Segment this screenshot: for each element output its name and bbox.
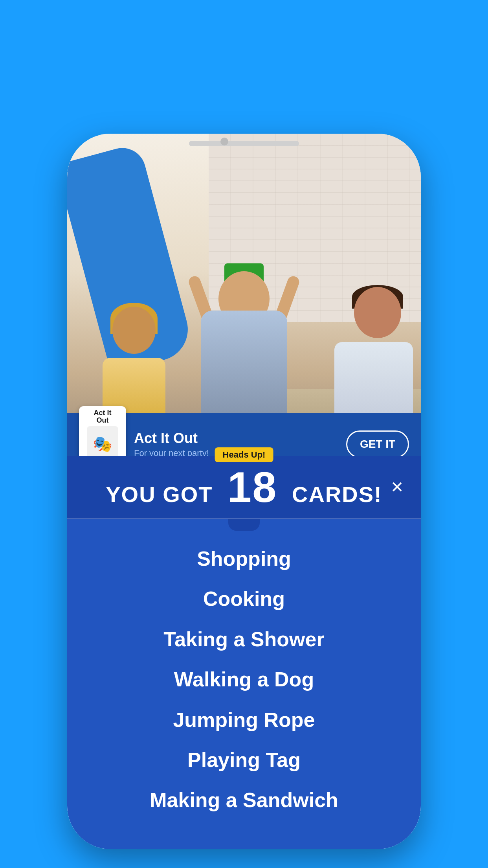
act-it-out-title: Act It Out bbox=[134, 430, 338, 447]
party-photo: Act It Out 🎭 Act It Out For your next pa… bbox=[67, 134, 421, 476]
list-item: Walking a Dog bbox=[83, 659, 405, 699]
person-right-head bbox=[354, 287, 401, 338]
results-notch bbox=[228, 519, 260, 531]
phone-camera bbox=[220, 138, 228, 145]
person-center-body bbox=[201, 311, 287, 428]
list-item: Shopping bbox=[83, 539, 405, 579]
results-header: Heads Up! YOU GOT 18 CARDS! ✕ bbox=[67, 456, 421, 519]
list-item: Taking a Shower bbox=[83, 619, 405, 659]
phone-notch bbox=[189, 141, 299, 146]
list-item: Making a Sandwich bbox=[83, 780, 405, 820]
card-title: Act It Out bbox=[94, 409, 112, 425]
get-it-button[interactable]: GET IT bbox=[346, 430, 409, 458]
list-item: Jumping Rope bbox=[83, 700, 405, 740]
results-list: ShoppingCookingTaking a ShowerWalking a … bbox=[67, 531, 421, 828]
results-number: 18 bbox=[227, 463, 277, 511]
phone-screen: Act It Out 🎭 Act It Out For your next pa… bbox=[67, 134, 421, 849]
list-item: Playing Tag bbox=[83, 740, 405, 780]
results-panel: Heads Up! YOU GOT 18 CARDS! ✕ ShoppingCo… bbox=[67, 456, 421, 849]
list-item: Cooking bbox=[83, 579, 405, 619]
phone-outer-shell: Act It Out 🎭 Act It Out For your next pa… bbox=[67, 134, 421, 849]
phone-mockup: Act It Out 🎭 Act It Out For your next pa… bbox=[67, 134, 421, 849]
heads-up-badge: Heads Up! bbox=[215, 447, 273, 462]
person-left-head bbox=[112, 307, 156, 354]
results-title: YOU GOT 18 CARDS! bbox=[106, 465, 382, 509]
person-center bbox=[195, 263, 293, 428]
close-button[interactable]: ✕ bbox=[385, 475, 409, 499]
